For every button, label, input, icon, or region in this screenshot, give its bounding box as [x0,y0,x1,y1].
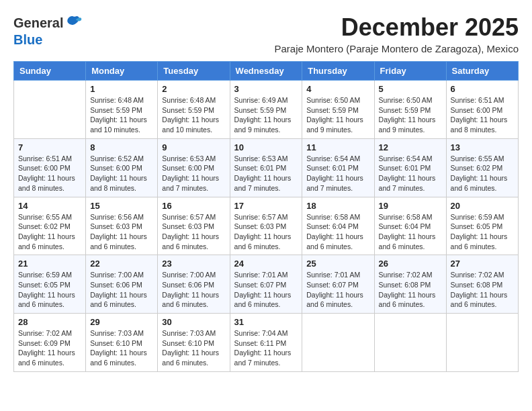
day-number: 1 [90,84,153,94]
day-info: Sunrise: 6:50 AM Sunset: 5:59 PM Dayligh… [379,95,442,135]
day-number: 30 [162,317,225,327]
calendar-cell: 3Sunrise: 6:49 AM Sunset: 5:59 PM Daylig… [230,81,302,139]
calendar-cell: 21Sunrise: 6:59 AM Sunset: 6:05 PM Dayli… [14,255,86,314]
calendar-cell: 23Sunrise: 7:00 AM Sunset: 6:06 PM Dayli… [158,255,230,314]
calendar-cell: 25Sunrise: 7:01 AM Sunset: 6:07 PM Dayli… [302,255,374,314]
calendar-cell: 11Sunrise: 6:54 AM Sunset: 6:01 PM Dayli… [302,138,374,197]
day-info: Sunrise: 7:04 AM Sunset: 6:11 PM Dayligh… [234,328,298,368]
day-info: Sunrise: 7:01 AM Sunset: 6:07 PM Dayligh… [234,270,298,310]
day-info: Sunrise: 7:02 AM Sunset: 6:08 PM Dayligh… [451,270,514,310]
day-info: Sunrise: 7:00 AM Sunset: 6:06 PM Dayligh… [162,270,225,310]
day-number: 19 [379,201,442,211]
calendar-cell: 31Sunrise: 7:04 AM Sunset: 6:11 PM Dayli… [230,314,302,372]
day-info: Sunrise: 6:51 AM Sunset: 6:00 PM Dayligh… [18,154,81,193]
day-number: 22 [90,259,153,269]
day-info: Sunrise: 7:02 AM Sunset: 6:08 PM Dayligh… [379,270,442,310]
day-number: 2 [162,84,225,94]
day-number: 31 [234,317,298,327]
day-info: Sunrise: 6:48 AM Sunset: 5:59 PM Dayligh… [90,95,153,135]
weekday-header-thursday: Thursday [302,62,374,81]
calendar-cell: 8Sunrise: 6:52 AM Sunset: 6:00 PM Daylig… [86,138,158,197]
day-info: Sunrise: 6:53 AM Sunset: 6:00 PM Dayligh… [162,154,225,193]
calendar-week-row: 7Sunrise: 6:51 AM Sunset: 6:00 PM Daylig… [14,138,519,197]
day-info: Sunrise: 6:54 AM Sunset: 6:01 PM Dayligh… [306,154,369,193]
day-info: Sunrise: 6:51 AM Sunset: 6:00 PM Dayligh… [451,95,514,135]
logo-bird-icon [64,13,83,32]
logo-blue: Blue [13,32,42,47]
day-number: 15 [90,201,153,211]
day-info: Sunrise: 7:01 AM Sunset: 6:07 PM Dayligh… [306,270,369,310]
day-info: Sunrise: 7:03 AM Sunset: 6:10 PM Dayligh… [90,328,153,368]
calendar-cell [14,81,86,139]
calendar-cell [302,314,374,372]
day-number: 14 [18,201,81,211]
day-number: 9 [162,142,225,152]
calendar-cell: 20Sunrise: 6:59 AM Sunset: 6:05 PM Dayli… [446,197,518,255]
day-number: 4 [306,84,369,94]
calendar-cell: 27Sunrise: 7:02 AM Sunset: 6:08 PM Dayli… [446,255,518,314]
weekday-header-tuesday: Tuesday [158,62,230,81]
weekday-header-sunday: Sunday [14,62,86,81]
calendar-cell: 19Sunrise: 6:58 AM Sunset: 6:04 PM Dayli… [374,197,446,255]
calendar-cell: 6Sunrise: 6:51 AM Sunset: 6:00 PM Daylig… [446,81,518,139]
day-number: 5 [379,84,442,94]
weekday-header-wednesday: Wednesday [230,62,302,81]
calendar-cell: 16Sunrise: 6:57 AM Sunset: 6:03 PM Dayli… [158,197,230,255]
calendar-cell: 30Sunrise: 7:03 AM Sunset: 6:10 PM Dayli… [158,314,230,372]
day-info: Sunrise: 6:49 AM Sunset: 5:59 PM Dayligh… [234,95,298,135]
day-number: 3 [234,84,298,94]
weekday-header-friday: Friday [374,62,446,81]
day-number: 28 [18,317,81,327]
calendar-cell: 5Sunrise: 6:50 AM Sunset: 5:59 PM Daylig… [374,81,446,139]
day-number: 20 [451,201,514,211]
day-info: Sunrise: 6:50 AM Sunset: 5:59 PM Dayligh… [306,95,369,135]
day-number: 24 [234,259,298,269]
calendar-cell: 24Sunrise: 7:01 AM Sunset: 6:07 PM Dayli… [230,255,302,314]
day-number: 8 [90,142,153,152]
calendar-cell: 28Sunrise: 7:02 AM Sunset: 6:09 PM Dayli… [14,314,86,372]
day-info: Sunrise: 6:57 AM Sunset: 6:03 PM Dayligh… [234,212,298,252]
weekday-header-row: SundayMondayTuesdayWednesdayThursdayFrid… [14,62,519,81]
day-info: Sunrise: 7:02 AM Sunset: 6:09 PM Dayligh… [18,328,81,368]
calendar-cell: 14Sunrise: 6:55 AM Sunset: 6:02 PM Dayli… [14,197,86,255]
day-info: Sunrise: 6:52 AM Sunset: 6:00 PM Dayligh… [90,154,153,193]
month-title: December 2025 [274,13,519,42]
day-number: 6 [451,84,514,94]
calendar-cell: 29Sunrise: 7:03 AM Sunset: 6:10 PM Dayli… [86,314,158,372]
day-info: Sunrise: 6:59 AM Sunset: 6:05 PM Dayligh… [451,212,514,252]
day-info: Sunrise: 6:58 AM Sunset: 6:04 PM Dayligh… [306,212,369,252]
calendar-table: SundayMondayTuesdayWednesdayThursdayFrid… [13,61,519,372]
logo: General Blue [13,13,83,48]
day-info: Sunrise: 6:53 AM Sunset: 6:01 PM Dayligh… [234,154,298,193]
calendar-cell: 1Sunrise: 6:48 AM Sunset: 5:59 PM Daylig… [86,81,158,139]
day-info: Sunrise: 6:55 AM Sunset: 6:02 PM Dayligh… [18,212,81,252]
day-number: 25 [306,259,369,269]
weekday-header-saturday: Saturday [446,62,518,81]
calendar-week-row: 21Sunrise: 6:59 AM Sunset: 6:05 PM Dayli… [14,255,519,314]
calendar-cell: 22Sunrise: 7:00 AM Sunset: 6:06 PM Dayli… [86,255,158,314]
calendar-week-row: 1Sunrise: 6:48 AM Sunset: 5:59 PM Daylig… [14,81,519,139]
day-number: 7 [18,142,81,152]
day-number: 13 [451,142,514,152]
day-info: Sunrise: 6:59 AM Sunset: 6:05 PM Dayligh… [18,270,81,310]
day-info: Sunrise: 6:54 AM Sunset: 6:01 PM Dayligh… [379,154,442,193]
calendar-cell: 18Sunrise: 6:58 AM Sunset: 6:04 PM Dayli… [302,197,374,255]
day-number: 27 [451,259,514,269]
calendar-cell: 4Sunrise: 6:50 AM Sunset: 5:59 PM Daylig… [302,81,374,139]
calendar-cell: 12Sunrise: 6:54 AM Sunset: 6:01 PM Dayli… [374,138,446,197]
day-number: 10 [234,142,298,152]
calendar-cell [446,314,518,372]
day-info: Sunrise: 6:57 AM Sunset: 6:03 PM Dayligh… [162,212,225,252]
calendar-cell: 13Sunrise: 6:55 AM Sunset: 6:02 PM Dayli… [446,138,518,197]
day-info: Sunrise: 6:56 AM Sunset: 6:03 PM Dayligh… [90,212,153,252]
page-header: General Blue December 2025 Paraje Monter… [13,13,519,54]
calendar-cell: 17Sunrise: 6:57 AM Sunset: 6:03 PM Dayli… [230,197,302,255]
calendar-week-row: 28Sunrise: 7:02 AM Sunset: 6:09 PM Dayli… [14,314,519,372]
calendar-week-row: 14Sunrise: 6:55 AM Sunset: 6:02 PM Dayli… [14,197,519,255]
logo-general: General [13,15,63,31]
calendar-cell [374,314,446,372]
title-block: December 2025 Paraje Montero (Paraje Mon… [274,13,519,54]
calendar-cell: 15Sunrise: 6:56 AM Sunset: 6:03 PM Dayli… [86,197,158,255]
day-number: 29 [90,317,153,327]
day-info: Sunrise: 6:48 AM Sunset: 5:59 PM Dayligh… [162,95,225,135]
